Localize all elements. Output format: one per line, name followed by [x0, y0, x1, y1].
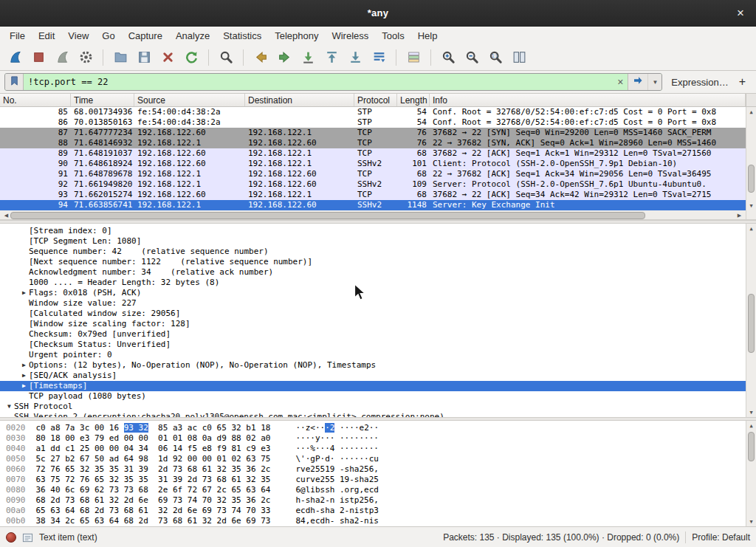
- packet-list-vscrollbar[interactable]: ▲ ▼: [746, 107, 756, 210]
- packet-row-87[interactable]: 8771.647777234192.168.122.60192.168.122.…: [0, 128, 756, 138]
- detail-line[interactable]: [Window size scaling factor: 128]: [0, 319, 756, 329]
- column-header-info[interactable]: Info: [430, 94, 746, 106]
- find-packet-button[interactable]: [215, 47, 237, 68]
- go-forward-button[interactable]: [273, 47, 295, 68]
- packet-row-93[interactable]: 9371.662015274192.168.122.60192.168.122.…: [0, 190, 756, 200]
- packet-row-92[interactable]: 9271.661949820192.168.122.1192.168.122.6…: [0, 179, 756, 190]
- hex-row-00a0[interactable]: 00a065 63 64 68 2d 73 68 61 32 2d 6e 69 …: [0, 506, 756, 516]
- go-back-button[interactable]: [250, 47, 272, 68]
- display-filter-input[interactable]: !tcp.port == 22 × ▼: [4, 73, 662, 91]
- menu-help[interactable]: Help: [411, 27, 444, 44]
- expert-info-icon[interactable]: [6, 532, 16, 543]
- hex-row-0020[interactable]: 0020c0 a8 7a 3c 00 16 93 32 85 a3 ac c0 …: [0, 423, 756, 433]
- hex-row-0070[interactable]: 007063 75 72 76 65 32 35 35 31 39 2d 73 …: [0, 475, 756, 485]
- resize-columns-button[interactable]: [508, 47, 530, 68]
- hex-row-0080[interactable]: 008036 40 6c 69 62 73 73 68 2e 6f 72 67 …: [0, 485, 756, 495]
- column-header-time[interactable]: Time: [71, 94, 134, 106]
- detail-line[interactable]: Window size value: 227: [0, 298, 756, 309]
- stop-capture-button[interactable]: [27, 47, 49, 68]
- column-header-no[interactable]: No.: [0, 94, 71, 106]
- restart-capture-button[interactable]: [51, 47, 73, 68]
- packet-row-88[interactable]: 8871.648146932192.168.122.1192.168.122.6…: [0, 138, 756, 148]
- detail-line[interactable]: ▶Options: (12 bytes), No-Operation (NOP)…: [0, 360, 756, 371]
- hex-row-0040[interactable]: 0040a1 dd c1 25 00 00 04 34 06 14 f5 e8 …: [0, 444, 756, 454]
- go-first-button[interactable]: [320, 47, 343, 68]
- details-scroll-thumb[interactable]: [748, 294, 755, 353]
- scroll-up-icon[interactable]: ▲: [746, 107, 756, 117]
- hex-row-0090[interactable]: 009068 2d 73 68 61 32 2d 6e 69 73 74 70 …: [0, 495, 756, 506]
- detail-line[interactable]: [TCP Segment Len: 1080]: [0, 236, 756, 247]
- colorize-button[interactable]: [402, 47, 425, 68]
- scroll-up-icon[interactable]: ▲: [746, 421, 756, 430]
- packet-list-scroll-thumb[interactable]: [748, 165, 755, 193]
- zoom-normal-button[interactable]: 1:1: [484, 47, 506, 68]
- expand-right-icon[interactable]: ▶: [19, 381, 29, 391]
- scroll-right-icon[interactable]: ▶: [735, 210, 744, 220]
- menu-edit[interactable]: Edit: [32, 27, 61, 44]
- capture-comment-icon[interactable]: [22, 532, 33, 543]
- detail-line[interactable]: ▶[Timestamps]: [0, 381, 756, 391]
- status-profile[interactable]: Profile: Default: [692, 532, 750, 543]
- packet-row-89[interactable]: 8971.648191037192.168.122.60192.168.122.…: [0, 148, 756, 159]
- detail-line[interactable]: [Stream index: 0]: [0, 226, 756, 236]
- detail-line[interactable]: [Next sequence number: 1122 (relative se…: [0, 257, 756, 267]
- packet-list-hscrollbar[interactable]: ◀ ▶: [0, 210, 756, 220]
- open-file-button[interactable]: [109, 47, 131, 68]
- detail-line[interactable]: ▶[SEQ/ACK analysis]: [0, 371, 756, 381]
- bytes-scroll-thumb[interactable]: [748, 432, 755, 461]
- column-header-len[interactable]: Length: [397, 94, 430, 106]
- go-to-packet-button[interactable]: [297, 47, 319, 68]
- detail-line[interactable]: [Checksum Status: Unverified]: [0, 340, 756, 350]
- go-last-button[interactable]: [344, 47, 366, 68]
- scroll-up-icon[interactable]: ▲: [746, 224, 756, 233]
- packet-list-hscroll-thumb[interactable]: [10, 212, 645, 219]
- capture-options-button[interactable]: [75, 47, 97, 68]
- filter-text[interactable]: !tcp.port == 22: [24, 74, 613, 90]
- column-header-source[interactable]: Source: [134, 94, 245, 106]
- filter-dropdown-button[interactable]: ▼: [647, 74, 662, 90]
- zoom-out-button[interactable]: [461, 47, 483, 68]
- detail-line[interactable]: SSH Version 2 (encryption:chacha20-poly1…: [0, 412, 756, 417]
- bytes-vscrollbar[interactable]: ▲ ▼: [746, 421, 756, 526]
- reload-button[interactable]: [180, 47, 202, 68]
- column-header-proto[interactable]: Protocol: [354, 94, 397, 106]
- menu-capture[interactable]: Capture: [122, 27, 169, 44]
- filter-add-button[interactable]: +: [738, 75, 752, 89]
- menu-file[interactable]: File: [3, 27, 32, 44]
- details-vscrollbar[interactable]: ▲ ▼: [746, 224, 756, 417]
- packet-row-90[interactable]: 9071.648618924192.168.122.60192.168.122.…: [0, 159, 756, 169]
- close-capture-button[interactable]: [157, 47, 179, 68]
- detail-line[interactable]: Acknowledgment number: 34 (relative ack …: [0, 267, 756, 278]
- packet-row-85[interactable]: 8568.001734936fe:54:00:d4:38:2aSTP54Conf…: [0, 107, 756, 117]
- expand-right-icon[interactable]: ▶: [19, 360, 29, 371]
- menu-analyze[interactable]: Analyze: [169, 27, 216, 44]
- menu-go[interactable]: Go: [95, 27, 121, 44]
- filter-apply-button[interactable]: [628, 74, 647, 90]
- filter-bookmark-button[interactable]: [5, 74, 24, 90]
- filter-clear-button[interactable]: ×: [613, 74, 628, 90]
- menu-tools[interactable]: Tools: [375, 27, 410, 44]
- menu-view[interactable]: View: [61, 27, 95, 44]
- hex-row-00b0[interactable]: 00b038 34 2c 65 63 64 68 2d 73 68 61 32 …: [0, 516, 756, 526]
- packet-row-94[interactable]: 9471.663856741192.168.122.1192.168.122.6…: [0, 200, 756, 210]
- detail-line[interactable]: 1000 .... = Header Length: 32 bytes (8): [0, 278, 756, 288]
- detail-line[interactable]: Sequence number: 42 (relative sequence n…: [0, 247, 756, 257]
- scroll-down-icon[interactable]: ▼: [746, 517, 756, 526]
- menu-statistics[interactable]: Statistics: [216, 27, 268, 44]
- detail-line[interactable]: Checksum: 0x79ed [unverified]: [0, 329, 756, 340]
- detail-line[interactable]: Urgent pointer: 0: [0, 350, 756, 360]
- zoom-in-button[interactable]: [437, 47, 459, 68]
- detail-line[interactable]: ▶Flags: 0x018 (PSH, ACK): [0, 288, 756, 298]
- hex-row-0060[interactable]: 006072 76 65 32 35 35 31 39 2d 73 68 61 …: [0, 464, 756, 475]
- packet-row-86[interactable]: 8670.013850163fe:54:00:d4:38:2aSTP54Conf…: [0, 117, 756, 128]
- expand-right-icon[interactable]: ▶: [19, 371, 29, 381]
- start-capture-button[interactable]: [4, 47, 26, 68]
- expand-right-icon[interactable]: ▶: [19, 288, 29, 298]
- packet-row-91[interactable]: 9171.648789678192.168.122.1192.168.122.6…: [0, 169, 756, 179]
- detail-line[interactable]: TCP payload (1080 bytes): [0, 391, 756, 402]
- menu-wireless[interactable]: Wireless: [325, 27, 375, 44]
- scroll-down-icon[interactable]: ▼: [746, 407, 756, 417]
- title-bar[interactable]: *any ×: [0, 0, 756, 27]
- expand-down-icon[interactable]: ▼: [4, 402, 14, 412]
- expression-button[interactable]: Expression…: [667, 77, 732, 88]
